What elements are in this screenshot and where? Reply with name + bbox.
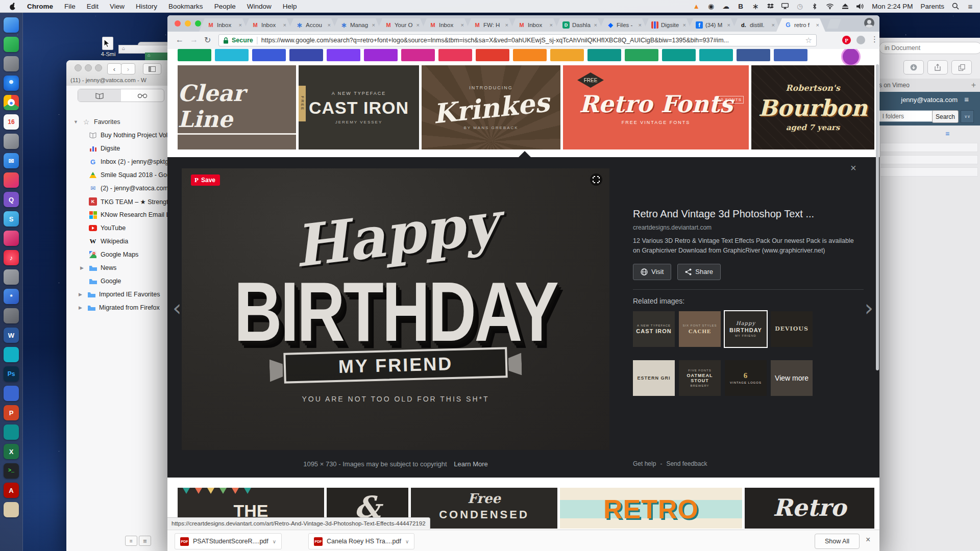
color-chip[interactable] <box>364 49 398 61</box>
bookmark-root-folder[interactable]: ▶ Imported IE Favorites <box>66 288 175 301</box>
tab-close-icon[interactable]: × <box>816 22 819 28</box>
related-thumbnail[interactable]: DEVIOUS <box>771 311 813 347</box>
profile-avatar[interactable] <box>864 18 874 28</box>
tab-inbox[interactable]: MInbox× <box>510 18 559 32</box>
tab-close-icon[interactable]: × <box>727 22 730 28</box>
new-tab-button[interactable] <box>827 19 841 29</box>
result-thumbnail-retro-fonts[interactable]: Retro Fonts FREE VINTAGE FONTS FREE 40 F… <box>563 65 749 149</box>
tab-dropbox-files[interactable]: ◆Files -× <box>599 18 648 32</box>
wifi-icon[interactable] <box>826 3 834 9</box>
tab-close-icon[interactable]: × <box>772 22 775 28</box>
creative-cloud-icon[interactable]: ◉ <box>707 2 715 10</box>
bookmark-root-folder[interactable]: ▶ Migrated from Firefox <box>66 301 175 314</box>
bookmark-star-icon[interactable]: ☆ <box>805 36 812 45</box>
color-chip[interactable] <box>476 49 509 61</box>
color-chip[interactable] <box>587 49 621 61</box>
close-downloads-bar-icon[interactable]: × <box>866 535 870 544</box>
url-text[interactable]: https://www.google.com/search?q=retro+fo… <box>261 37 802 44</box>
previous-image-chevron[interactable]: ‹ <box>173 295 182 321</box>
bookmark-item[interactable]: ✉ (2) - jenny@vatoca.com. <box>66 182 175 195</box>
dock-teal-circle-app[interactable] <box>4 424 19 440</box>
disclosure-triangle-icon[interactable]: ▶ <box>79 305 84 310</box>
tab-facebook[interactable]: f(34) M× <box>688 18 737 32</box>
box-icon[interactable]: B <box>737 3 744 10</box>
pinterest-save-button[interactable]: P Save <box>191 174 220 186</box>
close-preview-icon[interactable]: × <box>850 162 856 174</box>
zoom-window-button[interactable] <box>95 64 102 71</box>
menu-help[interactable]: Help <box>283 3 297 10</box>
bookmark-item[interactable]: Smile Squad 2018 - Goo <box>66 168 175 182</box>
dock-launchpad[interactable] <box>4 172 19 188</box>
tab-close-icon[interactable]: × <box>416 22 420 28</box>
preview-main-image[interactable]: P Save Happy BIRTHDAY MY FRIEND YOU ARE … <box>182 168 609 450</box>
fast-user-switch[interactable]: Parents <box>920 3 944 10</box>
apple-icon[interactable] <box>9 3 16 10</box>
result-thumbnail-krinkes[interactable]: INTRODUCING Krinkes BY MANS GREBACK <box>422 65 560 149</box>
view-more-tile[interactable]: View more <box>771 360 813 396</box>
dock-chrome[interactable]: ● <box>4 95 19 110</box>
related-thumbnail[interactable]: SIX FONT STYLES CACHE <box>679 311 721 347</box>
tab-close-icon[interactable]: × <box>639 22 642 28</box>
copy-button[interactable] <box>951 60 972 74</box>
chrome-menu-icon[interactable]: ⋮ <box>871 35 878 44</box>
bookmark-item[interactable]: G Inbox (2) - jenny@spktg. <box>66 155 175 168</box>
dock-skype[interactable]: S <box>4 211 19 227</box>
document-search-input[interactable] <box>879 42 980 54</box>
related-thumbnail[interactable]: ESTERN GRI <box>633 360 675 396</box>
menu-people[interactable]: People <box>214 3 236 10</box>
vlc-icon[interactable]: ▲ <box>693 3 700 10</box>
menu-clock[interactable]: Mon 2:24 PM <box>872 3 913 10</box>
close-window-button[interactable] <box>75 64 82 71</box>
color-chip[interactable] <box>774 49 807 61</box>
tab-close-icon[interactable]: × <box>239 22 242 28</box>
result-thumbnail-condensed[interactable]: Free CONDENSED <box>411 488 557 529</box>
dock-calendar[interactable]: 16 <box>4 114 19 130</box>
minimize-window-button[interactable] <box>185 20 191 27</box>
address-bar[interactable]: Secure | https://www.google.com/search?q… <box>218 34 817 46</box>
download-item[interactable]: PDF Canela Roey HS Tra....pdf ∨ <box>308 533 414 549</box>
bluetooth-icon[interactable] <box>811 3 818 10</box>
color-chip[interactable] <box>699 49 733 61</box>
chevron-down-icon[interactable]: ∨ <box>273 539 276 544</box>
list-view-button[interactable]: ≡ <box>125 536 137 546</box>
dock-grey-cube[interactable] <box>4 308 19 323</box>
notification-center-icon[interactable]: ≡ <box>967 2 974 11</box>
related-thumbnail[interactable]: A NEW TYPEFACE CAST IRON <box>633 311 675 347</box>
share-button[interactable] <box>927 60 948 74</box>
reading-list-tab[interactable] <box>121 89 164 102</box>
folders-search-input[interactable] <box>879 110 935 122</box>
send-feedback-link[interactable]: Send feedback <box>666 460 707 467</box>
bookmark-item[interactable]: K TKG TEAM – ★ Strengt. <box>66 195 175 208</box>
menu-history[interactable]: History <box>136 3 157 10</box>
bookmark-item[interactable]: Buy Nothing Project Vol. <box>66 129 175 142</box>
bookmark-folder[interactable]: ▶ News <box>66 261 175 274</box>
related-thumbnail[interactable]: 6 VINTAGE LOGOS <box>725 360 767 396</box>
pinwheel-icon[interactable]: ∗ <box>752 2 759 11</box>
menu-view[interactable]: View <box>110 3 125 10</box>
collapse-chevrons-button[interactable]: ∨∨ <box>961 110 974 123</box>
dock-word[interactable]: W <box>4 328 19 343</box>
download-button[interactable] <box>903 60 924 74</box>
color-chip[interactable] <box>401 49 435 61</box>
learn-more-link[interactable]: Learn More <box>454 460 487 468</box>
tab-close-icon[interactable]: × <box>550 22 553 28</box>
bookmark-item[interactable]: Digsite <box>66 142 175 155</box>
bookmark-folder[interactable]: Google <box>66 274 175 288</box>
eject-icon[interactable] <box>842 4 849 9</box>
forward-button[interactable]: › <box>121 63 135 74</box>
tab-inbox[interactable]: MInbox× <box>199 18 248 32</box>
color-chip[interactable] <box>252 49 286 61</box>
desktop-file-label[interactable]: 4-Smi <box>93 51 124 57</box>
dock-grey-sphere[interactable] <box>4 269 19 285</box>
menu-file[interactable]: File <box>64 3 76 10</box>
chevron-down-icon[interactable]: ∨ <box>405 539 409 544</box>
cloud-backup-icon[interactable]: ☁ <box>722 2 729 10</box>
dock-acrobat[interactable]: A <box>4 483 19 498</box>
disclosure-triangle-icon[interactable]: ▶ <box>79 292 84 297</box>
tab-close-icon[interactable]: × <box>461 22 464 28</box>
result-thumbnail-cast-iron[interactable]: A NEW TYPEFACE CAST IRON JEREMY VESSEY F… <box>299 65 419 149</box>
page-scrollbar[interactable] <box>876 64 879 370</box>
bookmark-item[interactable]: KNow Research Email Lo <box>66 208 175 221</box>
get-help-link[interactable]: Get help <box>633 460 656 467</box>
bookmark-item[interactable]: W Wikipedia <box>66 235 175 248</box>
